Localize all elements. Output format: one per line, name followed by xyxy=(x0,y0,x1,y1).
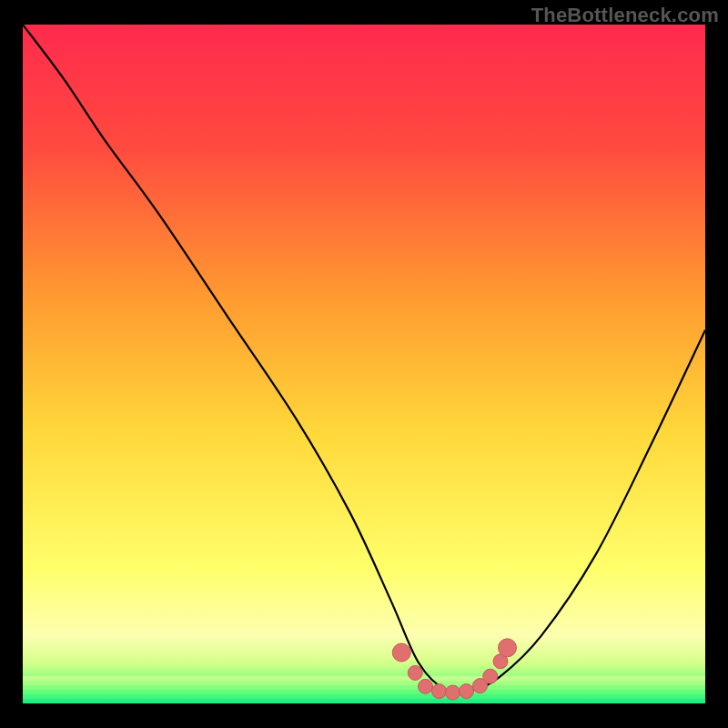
marker-dot xyxy=(460,684,474,699)
watermark-text: TheBottleneck.com xyxy=(531,4,719,27)
chart-stage: TheBottleneck.com xyxy=(0,0,728,728)
bottom-green-bands xyxy=(23,676,705,703)
green-band xyxy=(23,685,705,690)
marker-dot xyxy=(419,679,433,693)
green-band xyxy=(23,699,705,703)
plot-area xyxy=(23,25,705,703)
marker-dot xyxy=(408,665,422,680)
gradient-background xyxy=(23,25,705,703)
green-band xyxy=(23,690,705,694)
marker-dot xyxy=(499,639,517,657)
marker-dot xyxy=(483,669,498,683)
marker-dot xyxy=(432,684,447,699)
green-band xyxy=(23,676,705,681)
chart-svg xyxy=(23,25,705,703)
green-band xyxy=(23,694,705,699)
green-band xyxy=(23,681,705,685)
marker-dot xyxy=(392,643,410,662)
marker-dot xyxy=(446,685,460,700)
